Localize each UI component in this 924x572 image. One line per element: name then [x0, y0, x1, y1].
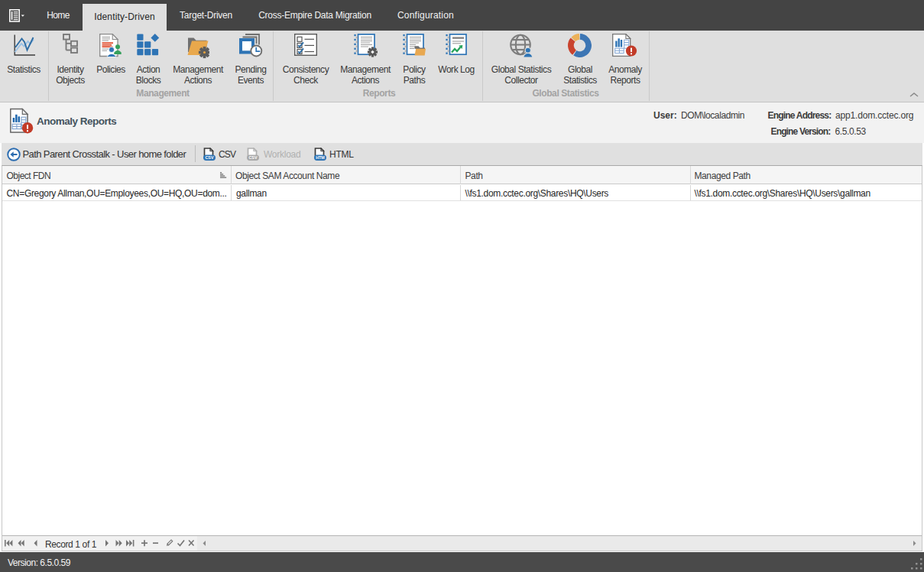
svg-text:HTM: HTM [316, 155, 325, 160]
svg-text:CSV: CSV [205, 155, 213, 160]
svg-text:CSV: CSV [248, 155, 257, 160]
